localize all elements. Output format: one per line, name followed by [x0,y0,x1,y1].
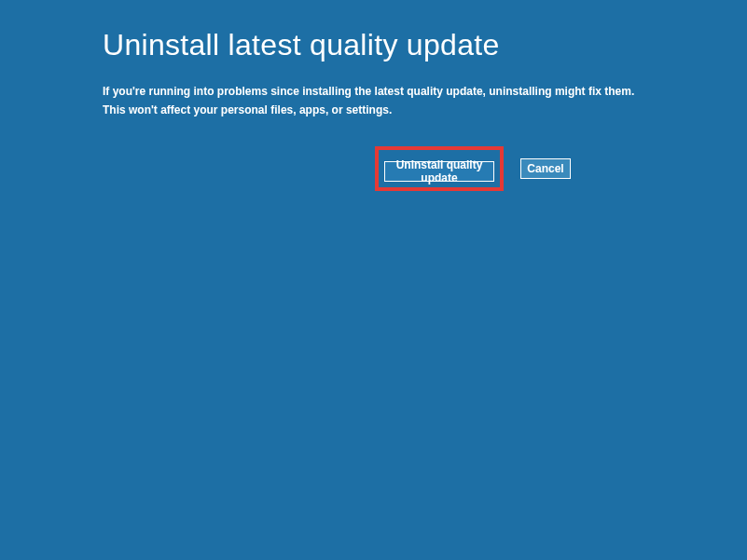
description-line-1: If you're running into problems since in… [103,85,747,98]
page-title: Uninstall latest quality update [103,28,747,62]
description-line-2: This won't affect your personal files, a… [103,103,747,116]
recovery-screen: Uninstall latest quality update If you'r… [0,0,747,191]
button-row: Uninstall quality update Cancel [375,146,747,191]
highlight-box: Uninstall quality update [375,146,504,191]
cancel-button[interactable]: Cancel [520,158,571,179]
uninstall-quality-update-button[interactable]: Uninstall quality update [384,161,494,182]
